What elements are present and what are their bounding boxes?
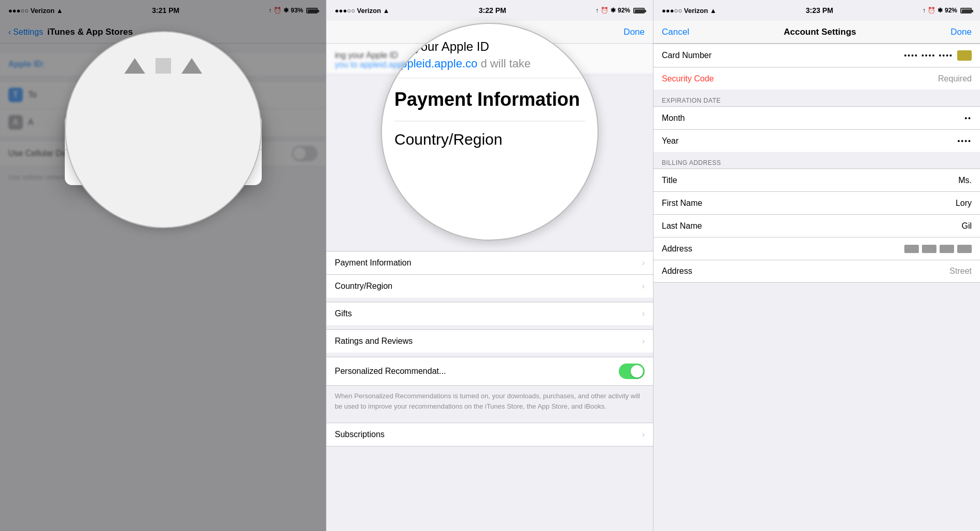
card-number-value: •••• •••• •••• bbox=[904, 50, 972, 61]
country-region-row[interactable]: Country/Region › bbox=[326, 274, 653, 298]
right-icons-2: ↑ ⏰ ✱ 92% bbox=[595, 7, 645, 14]
last-name-label: Last Name bbox=[662, 221, 740, 231]
security-code-value: Required bbox=[938, 74, 972, 83]
payment-info-label: Payment Information bbox=[335, 258, 411, 268]
payment-chevron: › bbox=[642, 258, 645, 268]
card-number-label: Card Number bbox=[662, 51, 740, 60]
alarm-icon-2: ⏰ bbox=[601, 7, 608, 14]
status-bar-3: ●●●○○ Verizon ▲ 3:23 PM ↑ ⏰ ✱ 92% bbox=[654, 0, 980, 21]
ratings-chevron: › bbox=[642, 337, 645, 346]
done-button-3[interactable]: Done bbox=[950, 27, 972, 37]
title-value: Ms. bbox=[958, 176, 972, 185]
address-value bbox=[904, 245, 972, 253]
personalized-desc: When Personalized Recommendations is tur… bbox=[326, 386, 653, 418]
subscriptions-row[interactable]: Subscriptions › bbox=[326, 423, 653, 446]
personalized-label: Personalized Recommendat... bbox=[335, 367, 446, 376]
country-region-label: Country/Region bbox=[335, 282, 392, 291]
battery-fill-3 bbox=[962, 9, 971, 13]
address-block-4 bbox=[957, 245, 972, 253]
ratings-reviews-label: Ratings and Reviews bbox=[335, 337, 413, 346]
year-label: Year bbox=[662, 136, 740, 146]
billing-label: BILLING ADDRESS bbox=[662, 159, 721, 166]
address-label: Address bbox=[662, 244, 740, 254]
bluetooth-icon-3: ✱ bbox=[938, 7, 943, 14]
personalized-toggle[interactable] bbox=[619, 364, 645, 379]
last-name-value: Gil bbox=[961, 221, 972, 231]
security-code-label: Security Code bbox=[662, 74, 740, 83]
first-name-value: Lory bbox=[956, 199, 972, 208]
mag-text-link: appleid.apple.co d will take bbox=[394, 57, 585, 71]
battery-text-3: 92% bbox=[945, 7, 957, 14]
address2-row[interactable]: Address Street bbox=[654, 260, 980, 283]
card-dots: •••• •••• •••• bbox=[904, 51, 953, 60]
triangle-2 bbox=[181, 58, 202, 74]
square-1 bbox=[155, 58, 171, 74]
panel-1: ●●●○○ Verizon ▲ 3:21 PM ↑ ⏰ ✱ 93% ‹ Sett… bbox=[0, 0, 326, 531]
done-button-2[interactable]: Done bbox=[623, 27, 645, 37]
status-bar-2: ●●●○○ Verizon ▲ 3:22 PM ↑ ⏰ ✱ 92% bbox=[326, 0, 653, 21]
magnifier-circle-2: ing your Apple ID appleid.apple.co d wil… bbox=[381, 23, 599, 241]
battery-icon-3 bbox=[960, 8, 972, 13]
gifts-label: Gifts bbox=[335, 309, 352, 318]
magnifier-circle bbox=[65, 31, 262, 228]
account-settings-title: Account Settings bbox=[784, 27, 856, 37]
toggle-knob-on bbox=[631, 365, 643, 378]
year-row[interactable]: Year •••• bbox=[654, 129, 980, 152]
modal-overlay: View Apple ID Sign Out bbox=[0, 0, 326, 531]
battery-text-2: 92% bbox=[618, 7, 630, 14]
subscriptions-chevron: › bbox=[642, 430, 645, 439]
address-block-1 bbox=[904, 245, 919, 253]
p2-sep-2 bbox=[326, 325, 653, 329]
address-block-3 bbox=[940, 245, 954, 253]
location-icon-2: ↑ bbox=[595, 7, 599, 14]
panel-2: ●●●○○ Verizon ▲ 3:22 PM ↑ ⏰ ✱ 92% Done i… bbox=[326, 0, 654, 531]
first-name-row[interactable]: First Name Lory bbox=[654, 191, 980, 214]
alarm-icon-3: ⏰ bbox=[928, 7, 935, 14]
triangle-1 bbox=[124, 58, 145, 74]
billing-section-header: BILLING ADDRESS bbox=[654, 152, 980, 169]
battery-fill-2 bbox=[635, 9, 644, 13]
title-row[interactable]: Title Ms. bbox=[654, 169, 980, 191]
year-value: •••• bbox=[957, 137, 972, 145]
expiration-section-header: EXPIRATION DATE bbox=[654, 90, 980, 106]
p2-sep-1 bbox=[326, 298, 653, 302]
p3-nav: Cancel Account Settings Done bbox=[654, 21, 980, 44]
month-row[interactable]: Month •• bbox=[654, 106, 980, 129]
cancel-button-3[interactable]: Cancel bbox=[662, 27, 689, 37]
month-label: Month bbox=[662, 114, 740, 123]
card-number-row[interactable]: Card Number •••• •••• •••• bbox=[654, 44, 980, 67]
p2-sep-4 bbox=[326, 418, 653, 423]
address2-value: Street bbox=[949, 267, 972, 276]
address2-label: Address bbox=[662, 267, 740, 276]
signal-carrier-2: ●●●○○ Verizon ▲ bbox=[335, 7, 390, 15]
gifts-row[interactable]: Gifts › bbox=[326, 302, 653, 325]
right-icons-3: ↑ ⏰ ✱ 92% bbox=[922, 7, 972, 14]
panel-3: ●●●○○ Verizon ▲ 3:23 PM ↑ ⏰ ✱ 92% Cancel… bbox=[654, 0, 980, 531]
magnifier-content bbox=[66, 32, 261, 110]
last-name-row[interactable]: Last Name Gil bbox=[654, 214, 980, 237]
personalized-row: Personalized Recommendat... bbox=[326, 357, 653, 386]
mag-payment-info: Payment Information bbox=[394, 78, 585, 121]
address-block-2 bbox=[922, 245, 936, 253]
expiration-label: EXPIRATION DATE bbox=[662, 97, 721, 104]
security-code-row[interactable]: Security Code Required bbox=[654, 67, 980, 90]
location-icon-3: ↑ bbox=[922, 7, 926, 14]
time-3: 3:23 PM bbox=[806, 6, 833, 15]
first-name-label: First Name bbox=[662, 199, 740, 208]
signal-carrier-3: ●●●○○ Verizon ▲ bbox=[662, 7, 717, 15]
card-chip-icon bbox=[957, 50, 972, 61]
address-row[interactable]: Address bbox=[654, 237, 980, 260]
country-chevron: › bbox=[642, 282, 645, 291]
p2-sep-3 bbox=[326, 353, 653, 357]
mag-country-region: Country/Region bbox=[394, 121, 585, 158]
gifts-chevron: › bbox=[642, 309, 645, 318]
battery-icon-2 bbox=[633, 8, 645, 13]
time-2: 3:22 PM bbox=[479, 6, 506, 15]
payment-info-row[interactable]: Payment Information › bbox=[326, 251, 653, 274]
title-label: Title bbox=[662, 176, 740, 185]
month-value: •• bbox=[964, 114, 972, 122]
subscriptions-label: Subscriptions bbox=[335, 430, 385, 439]
p2-list: Payment Information › Country/Region › G… bbox=[326, 251, 653, 446]
bluetooth-icon-2: ✱ bbox=[610, 7, 616, 14]
ratings-reviews-row[interactable]: Ratings and Reviews › bbox=[326, 329, 653, 353]
